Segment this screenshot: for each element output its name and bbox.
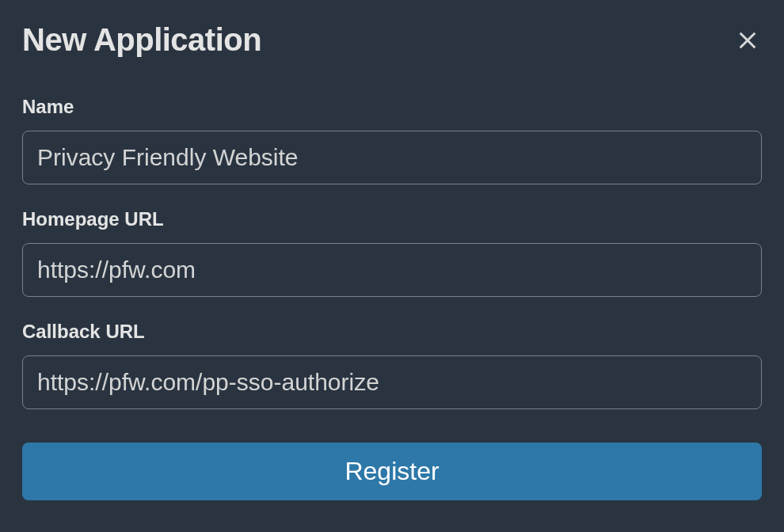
callback-label: Callback URL bbox=[22, 321, 762, 343]
dialog-title: New Application bbox=[22, 22, 261, 58]
name-label: Name bbox=[22, 96, 762, 118]
homepage-input[interactable] bbox=[22, 243, 762, 297]
dialog-header: New Application bbox=[22, 22, 762, 58]
close-icon bbox=[736, 29, 759, 51]
register-button[interactable]: Register bbox=[22, 443, 762, 500]
form-group-name: Name bbox=[22, 96, 762, 184]
homepage-label: Homepage URL bbox=[22, 208, 762, 230]
form-group-homepage: Homepage URL bbox=[22, 208, 762, 297]
form-group-callback: Callback URL bbox=[22, 321, 762, 409]
close-button[interactable] bbox=[733, 26, 762, 55]
name-input[interactable] bbox=[22, 131, 762, 184]
callback-input[interactable] bbox=[22, 355, 762, 409]
